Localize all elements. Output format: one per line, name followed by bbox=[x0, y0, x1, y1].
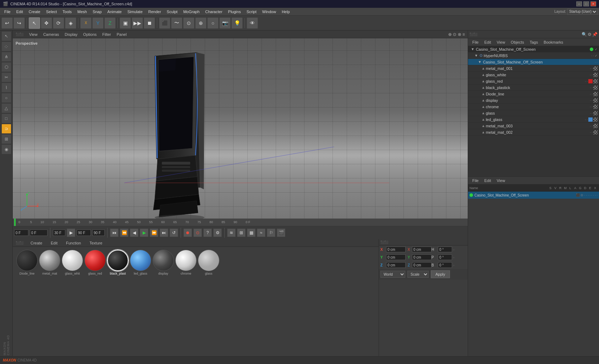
obj-menu-file[interactable]: File bbox=[471, 40, 480, 44]
menu-render[interactable]: Render bbox=[145, 9, 164, 15]
material-item-glass-red[interactable]: glass_red bbox=[84, 250, 106, 353]
coord-x-pos-input[interactable] bbox=[386, 247, 406, 252]
keyframe-button[interactable]: ? bbox=[203, 228, 212, 237]
record-button[interactable]: ⏹ bbox=[144, 17, 155, 29]
light-button[interactable]: 💡 bbox=[231, 17, 243, 29]
move-tool-button[interactable]: ✥ bbox=[41, 17, 52, 29]
menu-mesh[interactable]: Mesh bbox=[75, 9, 90, 15]
menu-select[interactable]: Select bbox=[43, 9, 60, 15]
obj-row-metal-mat-001[interactable]: ▲ metal_mat_001 · · bbox=[468, 65, 599, 72]
coord-y-pos-input[interactable] bbox=[386, 254, 406, 260]
layers-button[interactable]: ⚐ bbox=[267, 228, 275, 237]
mat-menu-create[interactable]: Create bbox=[29, 241, 44, 245]
timeline-mode-button[interactable]: ⊞ bbox=[237, 228, 246, 237]
deformer-button[interactable]: ⊕ bbox=[195, 17, 207, 29]
nurbs-button[interactable]: ⊙ bbox=[183, 17, 194, 29]
coord-z-pos-input[interactable] bbox=[386, 262, 406, 268]
record-all-button[interactable]: ⊙ bbox=[193, 228, 202, 237]
side-tool-bridge[interactable]: ⌇ bbox=[1, 83, 11, 93]
undo-button[interactable]: ↩ bbox=[1, 17, 13, 29]
coord-b-input[interactable] bbox=[438, 262, 452, 268]
render-button[interactable]: ▣ bbox=[120, 17, 131, 29]
menu-script[interactable]: Script bbox=[244, 9, 259, 15]
obj-row-black-plastick[interactable]: ▲ black_plastick · · bbox=[468, 84, 599, 91]
coord-z-scale-input[interactable] bbox=[412, 262, 432, 268]
menu-mograph[interactable]: MoGraph bbox=[180, 9, 202, 15]
menu-tools[interactable]: Tools bbox=[60, 9, 75, 15]
material-item-diode-line[interactable]: Diode_line bbox=[16, 250, 38, 353]
attr-menu-file[interactable]: File bbox=[471, 178, 480, 183]
play-reverse-button[interactable]: ◀ bbox=[130, 228, 138, 237]
playback-button[interactable]: ▶▶ bbox=[132, 17, 143, 29]
side-tool-paint[interactable]: ⊞ bbox=[1, 134, 11, 144]
coord-x-scale-input[interactable] bbox=[412, 247, 432, 252]
obj-row-slot-machine[interactable]: ▼ Casino_Slot_Machine_Off_Screen · · bbox=[468, 59, 599, 65]
coord-h-input[interactable] bbox=[438, 247, 452, 252]
mat-menu-function[interactable]: Function bbox=[65, 241, 82, 245]
material-item-black-plast[interactable]: black_plast bbox=[106, 250, 129, 353]
viewport-canvas[interactable]: Perspective bbox=[13, 38, 468, 219]
side-tool-loop[interactable]: ○ bbox=[1, 93, 11, 103]
side-tool-poly[interactable]: ⬡ bbox=[1, 62, 11, 72]
scale-tool-button[interactable]: ◈ bbox=[65, 17, 76, 29]
settings-icon[interactable]: ⚙ bbox=[588, 32, 592, 37]
material-item-glass[interactable]: glass bbox=[197, 250, 220, 353]
side-tool-magnet[interactable]: ⊃ bbox=[1, 124, 11, 134]
transform-mode-select[interactable]: Scale Move Rotate bbox=[407, 271, 429, 278]
end-frame-display[interactable] bbox=[92, 230, 105, 236]
mat-menu-texture[interactable]: Texture bbox=[88, 241, 104, 245]
menu-file[interactable]: File bbox=[1, 9, 13, 15]
obj-menu-objects[interactable]: Objects bbox=[509, 40, 525, 44]
material-item-glass-white[interactable]: glass_whit bbox=[61, 250, 84, 353]
cube-button[interactable]: ⬛ bbox=[159, 17, 170, 29]
coord-y-scale-input[interactable] bbox=[412, 254, 432, 260]
menu-help[interactable]: Help bbox=[279, 9, 293, 15]
obj-row-glass-red[interactable]: ▲ glass_red · · bbox=[468, 78, 599, 84]
loop-button[interactable]: ↺ bbox=[170, 228, 178, 237]
attr-menu-view[interactable]: View bbox=[495, 178, 507, 183]
dope-sheet-button[interactable]: ▦ bbox=[247, 228, 255, 237]
material-item-chrome[interactable]: chrome bbox=[175, 250, 197, 353]
menu-snap[interactable]: Snap bbox=[90, 9, 105, 15]
obj-menu-view[interactable]: View bbox=[495, 40, 507, 44]
material-item-display[interactable]: display bbox=[152, 250, 175, 353]
side-tool-extrude[interactable]: △ bbox=[1, 103, 11, 113]
coord-system-select[interactable]: World Local bbox=[380, 271, 405, 278]
coord-p-input[interactable] bbox=[438, 254, 452, 260]
obj-row-scene[interactable]: ▼ Casino_Slot_Machine_Off_Screen ✓ bbox=[468, 46, 599, 53]
obj-row-hypernurbs[interactable]: ▼ ⊙ HyperNURBS · · ✓ bbox=[468, 53, 599, 59]
obj-menu-edit[interactable]: Edit bbox=[483, 40, 493, 44]
step-back-button[interactable]: ⏪ bbox=[120, 228, 128, 237]
attr-menu-edit[interactable]: Edit bbox=[483, 178, 493, 183]
side-tool-stitch[interactable]: ◉ bbox=[1, 144, 11, 154]
environment-button[interactable]: ○ bbox=[207, 17, 219, 29]
camera-button[interactable]: 📷 bbox=[219, 17, 231, 29]
obj-row-metal-mat-003[interactable]: ▲ metal_mat_003 · · bbox=[468, 123, 599, 129]
menu-sculpt[interactable]: Sculpt bbox=[164, 9, 181, 15]
spline-button[interactable]: 〜 bbox=[171, 17, 182, 29]
mat-menu-edit[interactable]: Edit bbox=[49, 241, 59, 245]
material-item-metal-mat[interactable]: metal_mat bbox=[38, 250, 61, 353]
fps-end-input[interactable]: ▶ bbox=[67, 228, 75, 237]
object-tool-button[interactable]: X bbox=[80, 17, 92, 29]
obj-row-led-glass[interactable]: ▲ led_glass · · bbox=[468, 116, 599, 123]
viewport-menu-display[interactable]: Display bbox=[65, 32, 77, 37]
obj-row-glass[interactable]: ▲ glass · · bbox=[468, 110, 599, 116]
obj-row-metal-mat-002[interactable]: ▲ metal_mat_002 · · bbox=[468, 129, 599, 136]
step-forward-button[interactable]: ⏩ bbox=[150, 228, 158, 237]
redo-button[interactable]: ↪ bbox=[13, 17, 25, 29]
f-curve-button[interactable]: ≈ bbox=[257, 228, 265, 237]
current-frame-input[interactable] bbox=[14, 230, 28, 236]
display-mode-button[interactable]: 👁 bbox=[247, 17, 258, 29]
go-start-button[interactable]: ⏮ bbox=[110, 228, 119, 237]
menu-plugins[interactable]: Plugins bbox=[225, 9, 244, 15]
auto-key-button[interactable]: ⚙ bbox=[213, 228, 222, 237]
menu-character[interactable]: Character bbox=[202, 9, 225, 15]
side-tool-points[interactable]: ·:· bbox=[1, 42, 11, 51]
timeline-options-button[interactable]: 🎬 bbox=[277, 228, 285, 237]
menu-create[interactable]: Create bbox=[26, 9, 43, 15]
apply-button[interactable]: Apply bbox=[431, 270, 450, 278]
side-tool-bevel[interactable]: □ bbox=[1, 114, 11, 123]
motion-button[interactable]: ≋ bbox=[227, 228, 236, 237]
viewport-menu-view[interactable]: View bbox=[29, 32, 38, 37]
